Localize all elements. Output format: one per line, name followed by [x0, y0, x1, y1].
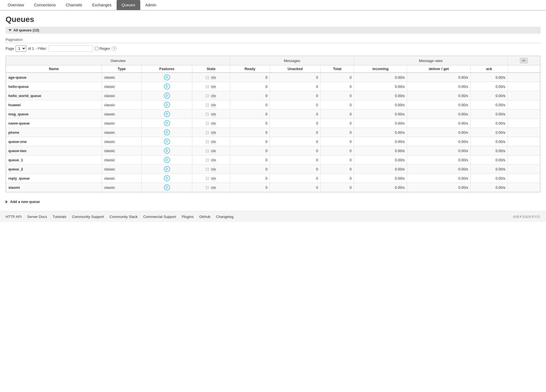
- footer-link-tutorials[interactable]: Tutorials: [53, 215, 66, 219]
- table-row[interactable]: reply_queue classic D idle 0 0 0 0.00/s …: [6, 174, 540, 183]
- queue-state: idle: [192, 174, 230, 183]
- queue-unacked: 0: [270, 100, 321, 110]
- add-queue-label: Add a new queue: [10, 200, 40, 204]
- table-row[interactable]: xiaomi classic D idle 0 0 0 0.00/s 0.00/…: [6, 183, 540, 192]
- queue-name[interactable]: huawei: [6, 100, 102, 110]
- queue-name[interactable]: queue_2: [6, 165, 102, 174]
- queue-features: D: [142, 73, 192, 82]
- state-icon: [206, 76, 209, 79]
- queue-type: classic: [102, 119, 142, 128]
- queue-deliver-get: 0.00/s: [407, 128, 471, 137]
- nav-item-queues[interactable]: Queues: [117, 0, 140, 10]
- table-row[interactable]: queue_2 classic D idle 0 0 0 0.00/s 0.00…: [6, 165, 540, 174]
- footer-link-github[interactable]: GitHub: [199, 215, 210, 219]
- queue-name[interactable]: queue-one: [6, 137, 102, 146]
- table-row[interactable]: queue-one classic D idle 0 0 0 0.00/s 0.…: [6, 137, 540, 146]
- queue-name[interactable]: name-queue: [6, 119, 102, 128]
- table-row[interactable]: phone classic D idle 0 0 0 0.00/s 0.00/s…: [6, 128, 540, 137]
- page-title: Queues: [6, 15, 540, 24]
- footer-link-server-docs[interactable]: Server Docs: [27, 215, 47, 219]
- table-row[interactable]: hello-queue classic D idle 0 0 0 0.00/s …: [6, 82, 540, 91]
- queue-unacked: 0: [270, 73, 321, 82]
- queue-name[interactable]: age-queue: [6, 73, 102, 82]
- queue-unacked: 0: [270, 128, 321, 137]
- d-badge: D: [164, 157, 170, 163]
- table-row[interactable]: name-queue classic D idle 0 0 0 0.00/s 0…: [6, 119, 540, 128]
- queue-features: D: [142, 174, 192, 183]
- regex-help-icon[interactable]: ?: [112, 46, 117, 51]
- queue-unacked: 0: [270, 146, 321, 155]
- queue-features: D: [142, 146, 192, 155]
- col-deliver-get: deliver / get: [407, 65, 471, 73]
- queue-ack: 0.00/s: [471, 174, 508, 183]
- all-queues-bar[interactable]: All queues (13): [6, 27, 540, 34]
- queue-features: D: [142, 91, 192, 100]
- queue-deliver-get: 0.00/s: [407, 82, 471, 91]
- queue-extra: [508, 165, 540, 174]
- queue-name[interactable]: hello_world_queue: [6, 91, 102, 100]
- queue-name[interactable]: phone: [6, 128, 102, 137]
- table-row[interactable]: queue_1 classic D idle 0 0 0 0.00/s 0.00…: [6, 155, 540, 165]
- queue-type: classic: [102, 128, 142, 137]
- table-row[interactable]: age-queue classic D idle 0 0 0 0.00/s 0.…: [6, 73, 540, 82]
- regex-label: Regex: [100, 46, 110, 51]
- footer-link-plugins[interactable]: Plugins: [182, 215, 194, 219]
- queue-ready: 0: [230, 91, 270, 100]
- queue-ack: 0.00/s: [471, 110, 508, 119]
- queue-ready: 0: [230, 128, 270, 137]
- queue-features: D: [142, 100, 192, 110]
- regex-checkbox[interactable]: [95, 47, 99, 50]
- add-queue-section[interactable]: Add a new queue: [6, 197, 540, 207]
- queue-extra: [508, 128, 540, 137]
- col-extra: [508, 65, 540, 73]
- queue-extra: [508, 146, 540, 155]
- state-text: idle: [211, 186, 216, 190]
- queue-deliver-get: 0.00/s: [407, 137, 471, 146]
- table-row[interactable]: huawei classic D idle 0 0 0 0.00/s 0.00/…: [6, 100, 540, 110]
- queue-type: classic: [102, 155, 142, 165]
- footer-link-community-support[interactable]: Community Support: [72, 215, 104, 219]
- queue-extra: [508, 183, 540, 192]
- d-badge: D: [164, 93, 170, 99]
- queue-name[interactable]: hello-queue: [6, 82, 102, 91]
- filter-input[interactable]: [49, 45, 93, 52]
- queue-state: idle: [192, 155, 230, 165]
- d-badge: D: [164, 111, 170, 117]
- footer-link-commercial-support[interactable]: Commercial Support: [143, 215, 176, 219]
- queue-name[interactable]: queue_1: [6, 155, 102, 165]
- queue-type: classic: [102, 73, 142, 82]
- queue-unacked: 0: [270, 183, 321, 192]
- queue-incoming: 0.00/s: [354, 110, 407, 119]
- queue-total: 0: [321, 137, 354, 146]
- queue-incoming: 0.00/s: [354, 155, 407, 165]
- queue-name[interactable]: xiaomi: [6, 183, 102, 192]
- table-row[interactable]: queue-two classic D idle 0 0 0 0.00/s 0.…: [6, 146, 540, 155]
- queue-ready: 0: [230, 137, 270, 146]
- footer-link-http-api[interactable]: HTTP API: [6, 215, 22, 219]
- state-text: idle: [211, 149, 216, 153]
- nav-item-connections[interactable]: Connections: [29, 0, 61, 10]
- nav-item-channels[interactable]: Channels: [61, 0, 87, 10]
- queue-ready: 0: [230, 165, 270, 174]
- page-select[interactable]: 1: [16, 45, 26, 52]
- nav-item-admin[interactable]: Admin: [140, 0, 161, 10]
- table-row[interactable]: hello_world_queue classic D idle 0 0 0 0…: [6, 91, 540, 100]
- state-text: idle: [211, 112, 216, 116]
- queue-deliver-get: 0.00/s: [407, 91, 471, 100]
- nav-item-overview[interactable]: Overview: [3, 0, 29, 10]
- footer-link-community-slack[interactable]: Community Slack: [109, 215, 137, 219]
- queue-name[interactable]: msg_queue: [6, 110, 102, 119]
- state-icon: [206, 122, 209, 125]
- nav-item-exchanges[interactable]: Exchanges: [87, 0, 116, 10]
- col-type: Type: [102, 65, 142, 73]
- footer: HTTP APIServer DocsTutorialsCommunity Su…: [0, 211, 546, 222]
- table-row[interactable]: msg_queue classic D idle 0 0 0 0.00/s 0.…: [6, 110, 540, 119]
- queue-ack: 0.00/s: [471, 100, 508, 110]
- queue-name[interactable]: reply_queue: [6, 174, 102, 183]
- queue-name[interactable]: queue-two: [6, 146, 102, 155]
- top-navigation: OverviewConnectionsChannelsExchangesQueu…: [0, 0, 546, 11]
- queue-deliver-get: 0.00/s: [407, 119, 471, 128]
- state-icon: [206, 95, 209, 97]
- plus-minus-btn[interactable]: +/-: [508, 56, 540, 65]
- footer-link-changelog[interactable]: Changelog: [216, 215, 233, 219]
